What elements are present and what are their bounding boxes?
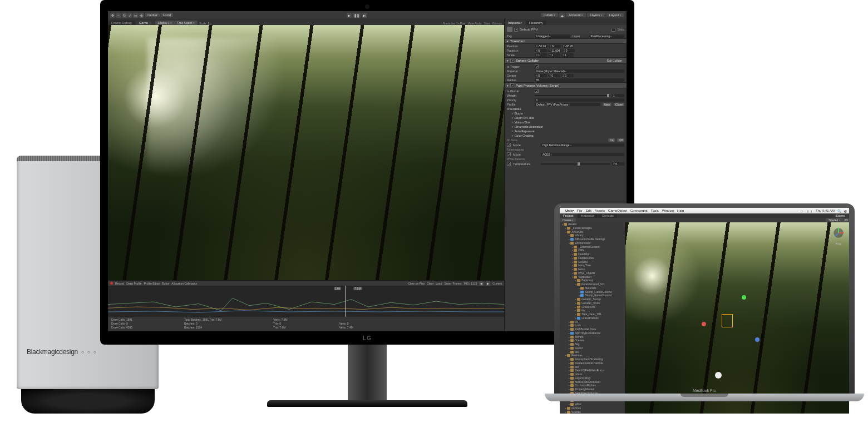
layer-dropdown[interactable]: PostProcessing	[589, 34, 625, 38]
tree-item-stump-forestground[interactable]: Stump_ForestGround	[560, 293, 625, 297]
display-dropdown[interactable]: Display 1	[155, 21, 175, 25]
profiler-graph[interactable]: 1.0k 7.6M	[108, 286, 504, 317]
rect-tool-button[interactable]: ▭	[133, 13, 139, 18]
gameobject-active-checkbox[interactable]	[514, 28, 518, 32]
tree-item-microsplatocclusion[interactable]: MicroSplatOcclusion	[560, 380, 625, 384]
scale-x-field[interactable]: X1	[535, 53, 547, 57]
tree-item-ivy[interactable]: Ivy	[560, 308, 625, 312]
ppv-component-header[interactable]: Post Process Volume (Script)	[505, 82, 627, 88]
tree-item-layerculling[interactable]: LayerCulling	[560, 376, 625, 380]
tree-item-grassprefabs[interactable]: GrassPrefabs	[560, 316, 625, 320]
override-item-auto-exposure[interactable]: Auto Exposure	[505, 129, 627, 133]
tree-item-features[interactable]: Features	[560, 354, 625, 357]
ppv-enabled-checkbox[interactable]	[510, 83, 514, 87]
frame-prev-button[interactable]: ◀	[479, 281, 484, 286]
tag-dropdown[interactable]: Untagged	[535, 34, 570, 38]
create-dropdown[interactable]: Create	[560, 218, 576, 222]
profiler-target-dropdown[interactable]: Editor	[162, 282, 169, 285]
2d-toggle[interactable]: 2D	[844, 218, 849, 222]
transform-component-header[interactable]: Transform	[505, 38, 627, 44]
rotation-y-field[interactable]: Y11.604	[548, 49, 561, 52]
all-none-toggle[interactable]: All None	[507, 138, 517, 142]
menu-component[interactable]: Component	[630, 209, 648, 212]
play-button[interactable]: ▶	[347, 13, 352, 18]
tree-item-backdrop[interactable]: Backdrop	[560, 278, 625, 282]
is-global-checkbox[interactable]	[535, 89, 539, 93]
profile-editor-toggle[interactable]: Profile Editor	[144, 282, 160, 285]
orientation-gizmo[interactable]: Persp	[831, 226, 846, 240]
menu-gameobject[interactable]: GameObject	[608, 209, 627, 212]
scene-gizmo-red[interactable]	[702, 322, 706, 326]
tree-item-debrisrocks[interactable]: DebrisRocks	[560, 256, 625, 260]
menu-assets[interactable]: Assets	[595, 209, 605, 212]
edit-collider-button[interactable]: Edit Collider	[605, 58, 624, 63]
tree-item-fx[interactable]: Fx	[560, 320, 625, 324]
tree-item-assets[interactable]: Assets	[560, 222, 625, 226]
space-toggle[interactable]: Local	[161, 13, 173, 17]
shaded-dropdown[interactable]: Shaded	[826, 218, 844, 222]
tab-hierarchy[interactable]: Hierarchy	[526, 21, 547, 25]
temperature-slider[interactable]	[541, 163, 610, 165]
unified-tool-button[interactable]: ⊕	[139, 13, 144, 18]
step-button[interactable]: ▶|	[362, 13, 368, 18]
tree-item-phys-objects[interactable]: Phys_Objects	[560, 271, 625, 275]
tree-item--localpackages[interactable]: _LocalPackages	[560, 226, 625, 230]
position-x-field[interactable]: X-52.61	[535, 44, 548, 48]
tree-item-moss[interactable]: Moss	[560, 267, 625, 271]
tree-item-stump-forestground[interactable]: Stump_ForestGround	[560, 290, 625, 294]
pivot-toggle[interactable]: Center	[145, 13, 160, 17]
tree-item--externalcontent[interactable]: _ExternalContent	[560, 245, 625, 249]
tree-item-environment[interactable]: Environment	[560, 241, 625, 245]
cloud-button[interactable]: ☁	[559, 13, 565, 18]
rotation-x-field[interactable]: X0	[535, 49, 547, 52]
tm-mode-dropdown[interactable]: ACES	[541, 153, 624, 156]
collab-dropdown[interactable]: Collab	[541, 13, 558, 17]
tree-item-cliffs[interactable]: Cliffs	[560, 248, 625, 252]
tree-item-autoexposureoverride[interactable]: AutoExposureOverride	[560, 361, 625, 365]
scale-y-field[interactable]: Y1	[548, 53, 560, 57]
menu-tools[interactable]: Tools	[651, 209, 659, 212]
current-button[interactable]: Current	[492, 282, 502, 285]
profiler-playhead[interactable]	[346, 286, 346, 317]
override-item-chromatic-aberration[interactable]: Chromatic Aberration	[505, 125, 627, 129]
profile-clone-button[interactable]: Clone	[614, 103, 624, 106]
tree-item-occlusionprobes[interactable]: OcclusionProbes	[560, 384, 625, 387]
tm-mode-override-checkbox[interactable]	[507, 152, 511, 156]
tree-item-materials[interactable]: Materials	[560, 286, 625, 290]
profile-new-button[interactable]: New	[603, 103, 611, 106]
menu-help[interactable]: Help	[677, 209, 684, 212]
aspect-dropdown[interactable]: Free Aspect	[175, 21, 198, 25]
tab-frame-debug[interactable]: Frame Debug	[108, 21, 135, 25]
scene-light-probe[interactable]	[715, 372, 722, 379]
tab-scene[interactable]: Scene	[832, 213, 849, 218]
menubar-clock[interactable]: Thu 9:41 AM	[816, 209, 835, 213]
mode-dropdown[interactable]: High Definition Range	[541, 143, 624, 147]
tree-item-test[interactable]: test	[560, 350, 625, 354]
account-dropdown[interactable]: Account	[566, 13, 586, 17]
pause-button[interactable]: ❚❚	[353, 13, 361, 18]
app-name-label[interactable]: Unity	[565, 209, 574, 212]
clear-on-play-button[interactable]: Clear on Play	[408, 282, 425, 285]
tree-item-vegetation[interactable]: Vegetation	[560, 275, 625, 279]
tree-item-tree-dead-001[interactable]: Tree_Dead_001	[560, 312, 625, 316]
tree-item-library[interactable]: Library	[560, 233, 625, 237]
tree-item-diffusion-profile-settings[interactable]: Diffusion Profile Settings	[560, 237, 625, 241]
override-off-button[interactable]: Off	[617, 138, 624, 142]
layout-dropdown[interactable]: Layout	[606, 13, 624, 17]
static-checkbox[interactable]	[611, 28, 615, 32]
tree-item-lods[interactable]: Lods	[560, 324, 625, 327]
override-item-bloom[interactable]: Bloom	[505, 111, 627, 116]
center-z-field[interactable]: Z0	[561, 74, 574, 77]
tab-inspector[interactable]: Inspector	[505, 21, 525, 25]
tree-item-generic-trunk[interactable]: Generic_Trunk	[560, 301, 625, 305]
position-y-field[interactable]: Y0	[549, 44, 561, 48]
scene-gizmo-green[interactable]	[742, 295, 746, 300]
scene-selection-box[interactable]	[722, 314, 733, 327]
clear-button[interactable]: Clear	[427, 282, 433, 285]
temperature-override-checkbox[interactable]	[507, 162, 511, 166]
tree-item-scenes[interactable]: Scenes	[560, 410, 625, 414]
tree-item-sky[interactable]: Sky	[560, 342, 625, 346]
gameobject-icon[interactable]	[507, 27, 512, 32]
tab-inspector-laptop[interactable]: Inspector	[578, 213, 598, 218]
center-x-field[interactable]: X0	[535, 74, 547, 77]
